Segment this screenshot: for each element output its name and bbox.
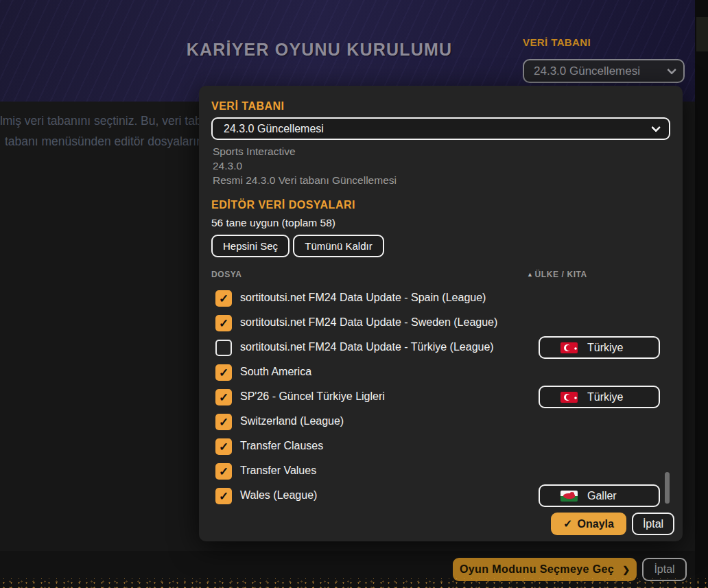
file-checkbox[interactable]: ✓ (215, 488, 232, 504)
checkmark-icon: ✓ (219, 367, 228, 379)
database-info-description: Resmi 24.3.0 Veri tabanı Güncellemesi (213, 173, 397, 187)
editor-files-list: ✓ sortitoutsi.net FM24 Data Update - Spa… (211, 286, 670, 508)
table-row[interactable]: ✓ sortitoutsi.net FM24 Data Update - Spa… (211, 286, 670, 311)
confetti-texture (0, 578, 708, 588)
file-label: South America (240, 366, 311, 378)
table-row[interactable]: ✓ Wales (League) Galler (211, 484, 670, 508)
checkmark-icon: ✓ (219, 466, 228, 478)
career-setup-screen: KARİYER OYUNU KURULUMU VERİ TABANI 24.3.… (0, 0, 708, 588)
country-button[interactable]: Galler (539, 484, 660, 507)
page-title: KARİYER OYUNU KURULUMU (184, 40, 455, 60)
file-checkbox[interactable]: ✓ (215, 438, 232, 455)
file-label: Transfer Values (240, 464, 316, 477)
background-clipped-text: tabanı menüsünden editör dosyalarının se (5, 134, 229, 149)
file-checkbox[interactable]: ✓ (215, 389, 232, 405)
sort-ascending-icon: ▲ (527, 271, 534, 278)
checkmark-icon: ✓ (219, 416, 228, 428)
file-label: Transfer Clauses (240, 440, 323, 452)
file-checkbox[interactable]: ✓ (215, 315, 232, 331)
file-label: sortitoutsi.net FM24 Data Update - Spain… (240, 292, 486, 304)
footer-cancel-button[interactable]: İptal (642, 558, 687, 581)
header-database-label: VERİ TABANI (523, 36, 591, 48)
column-header-country[interactable]: ▲ÜLKE / KITA (527, 270, 587, 279)
file-checkbox[interactable] (215, 340, 232, 356)
table-row[interactable]: ✓ Switzerland (League) (211, 410, 670, 434)
table-row[interactable]: ✓ Transfer Clauses (211, 434, 670, 459)
continue-to-game-mode-button[interactable]: Oyun Modunu Seçmeye Geç ❯ (453, 558, 637, 581)
right-edge-strip (695, 0, 708, 588)
country-button[interactable]: Türkiye (539, 336, 660, 359)
file-checkbox[interactable]: ✓ (215, 290, 232, 307)
chevron-right-icon: ❯ (622, 565, 630, 575)
file-label: sortitoutsi.net FM24 Data Update - Türki… (240, 341, 494, 353)
header-database-dropdown[interactable]: 24.3.0 Güncellemesi (523, 59, 685, 83)
checkmark-icon: ✓ (219, 392, 228, 403)
table-row[interactable]: sortitoutsi.net FM24 Data Update - Türki… (211, 336, 670, 360)
file-label: sortitoutsi.net FM24 Data Update - Swede… (240, 316, 497, 329)
select-all-button[interactable]: Hepsini Seç (211, 235, 290, 257)
database-info-publisher: Sports Interactive (213, 144, 397, 158)
column-header-country-label: ÜLKE / KITA (535, 270, 587, 279)
file-label: SP'26 - Güncel Türkiye Ligleri (240, 390, 385, 403)
file-checkbox[interactable]: ✓ (215, 463, 232, 480)
background-clipped-text: ilmiş veri tabanını seçtiniz. Bu, veri t… (0, 114, 228, 128)
country-label: Türkiye (587, 391, 623, 403)
file-label: Wales (League) (240, 489, 317, 502)
modal-database-heading: VERİ TABANI (211, 100, 285, 113)
checkmark-icon: ✓ (219, 293, 228, 305)
table-row[interactable]: ✓ SP'26 - Güncel Türkiye Ligleri Türkiye (211, 385, 670, 410)
checkmark-icon: ✓ (219, 491, 228, 502)
turkey-flag-icon (560, 342, 578, 353)
wales-flag-icon (560, 491, 578, 502)
file-checkbox[interactable]: ✓ (215, 364, 232, 381)
chevron-down-icon (667, 64, 676, 74)
editor-files-heading: EDİTÖR VERİ DOSYALARI (211, 199, 355, 211)
file-checkbox[interactable]: ✓ (215, 414, 232, 430)
editor-files-count: 56 tane uygun (toplam 58) (211, 217, 335, 229)
header-database-value: 24.3.0 Güncellemesi (534, 64, 667, 78)
chevron-down-icon (651, 122, 661, 132)
checkmark-icon: ✓ (219, 318, 228, 329)
table-header: DOSYA ▲ÜLKE / KITA (211, 270, 670, 279)
deselect-all-button[interactable]: Tümünü Kaldır (293, 235, 384, 257)
country-label: Galler (587, 490, 617, 502)
database-selection-modal: VERİ TABANI 24.3.0 Güncellemesi Sports I… (199, 86, 683, 541)
modal-database-dropdown[interactable]: 24.3.0 Güncellemesi (211, 117, 670, 140)
confirm-button-label: Onayla (578, 518, 614, 530)
right-edge-glow (696, 17, 708, 51)
continue-button-label: Oyun Modunu Seçmeye Geç (460, 563, 614, 576)
turkey-flag-icon (560, 392, 578, 403)
table-row[interactable]: ✓ Transfer Values (211, 459, 670, 484)
database-info-version: 24.3.0 (213, 158, 397, 173)
scrollbar-thumb[interactable] (665, 472, 670, 504)
table-row[interactable]: ✓ South America (211, 360, 670, 385)
country-label: Türkiye (587, 342, 623, 354)
country-button[interactable]: Türkiye (539, 386, 660, 408)
checkmark-icon: ✓ (219, 441, 228, 453)
confirm-button[interactable]: ✓ Onayla (551, 513, 626, 535)
check-icon: ✓ (563, 517, 572, 530)
table-row[interactable]: ✓ sortitoutsi.net FM24 Data Update - Swe… (211, 311, 670, 336)
file-label: Switzerland (League) (240, 415, 344, 427)
column-header-file[interactable]: DOSYA (211, 270, 242, 279)
modal-database-value: 24.3.0 Güncellemesi (224, 123, 651, 135)
modal-cancel-button[interactable]: İptal (632, 513, 674, 535)
database-info: Sports Interactive 24.3.0 Resmi 24.3.0 V… (213, 144, 397, 187)
